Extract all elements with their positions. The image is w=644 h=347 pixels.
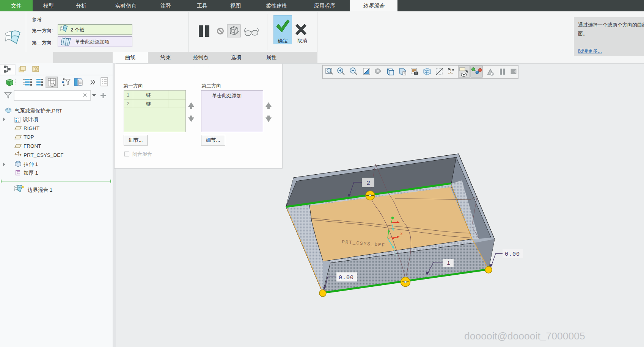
svg-text:X: X [400,231,403,236]
svg-text:2: 2 [366,180,370,187]
svg-text:0.00: 0.00 [339,275,354,281]
svg-text:0.00: 0.00 [505,251,520,258]
svg-text:1: 1 [447,260,450,267]
